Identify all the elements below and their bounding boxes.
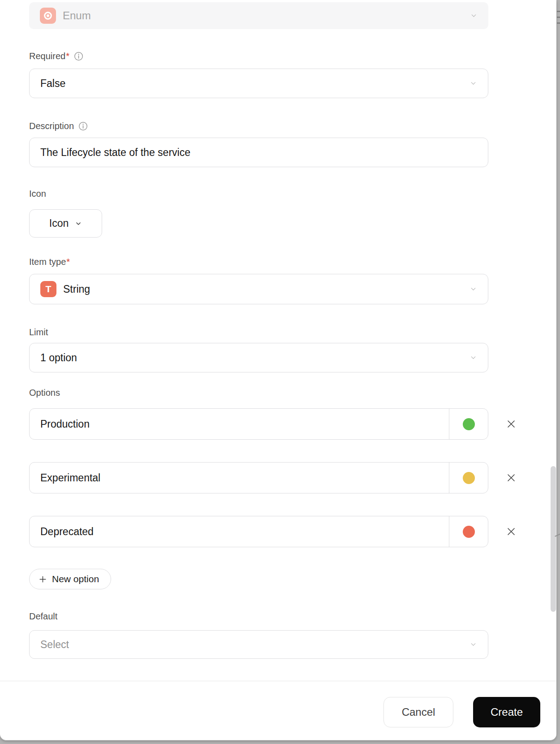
footer-divider xyxy=(0,681,556,681)
required-label: Required* xyxy=(29,50,83,62)
limit-select[interactable]: 1 option xyxy=(29,343,488,372)
chevron-down-icon xyxy=(470,12,478,20)
default-select[interactable]: Select xyxy=(29,630,488,659)
option-color-picker[interactable] xyxy=(449,463,488,493)
options-label: Options xyxy=(29,387,60,398)
default-placeholder: Select xyxy=(40,639,69,651)
option-color-dot-red xyxy=(463,526,475,538)
plus-icon xyxy=(39,575,47,584)
property-type-select[interactable]: Enum xyxy=(29,2,488,29)
icon-label: Icon xyxy=(29,188,46,199)
background-artifact xyxy=(557,22,560,24)
chevron-down-icon xyxy=(470,285,477,293)
option-color-picker[interactable] xyxy=(449,516,488,547)
description-input[interactable] xyxy=(40,147,477,159)
remove-option-button[interactable] xyxy=(504,471,518,484)
item-type-select[interactable]: T String xyxy=(29,274,488,304)
property-type-value: Enum xyxy=(63,9,91,22)
create-button[interactable]: Create xyxy=(473,697,540,727)
option-row xyxy=(29,462,488,493)
option-color-dot-yellow xyxy=(463,472,475,484)
option-row xyxy=(29,408,488,440)
required-select[interactable]: False xyxy=(29,69,488,98)
background-artifact xyxy=(557,11,560,12)
info-icon[interactable] xyxy=(74,52,83,61)
remove-option-button[interactable] xyxy=(504,525,518,538)
close-icon xyxy=(506,526,517,537)
option-color-dot-green xyxy=(463,418,475,430)
option-row xyxy=(29,516,488,547)
required-value: False xyxy=(40,78,65,90)
close-icon xyxy=(506,419,517,429)
scrollbar-thumb[interactable] xyxy=(551,466,556,612)
item-type-asterisk: * xyxy=(66,257,70,267)
cancel-button[interactable]: Cancel xyxy=(383,697,453,727)
option-name-input[interactable] xyxy=(30,463,449,493)
required-asterisk: * xyxy=(66,51,69,61)
chevron-down-icon xyxy=(470,80,477,87)
close-icon xyxy=(506,472,517,483)
limit-label: Limit xyxy=(29,326,48,338)
remove-option-button[interactable] xyxy=(504,417,518,431)
option-name-input[interactable] xyxy=(30,516,449,547)
option-color-picker[interactable] xyxy=(449,409,488,439)
background-artifact xyxy=(557,17,560,18)
chevron-down-icon xyxy=(470,354,477,362)
description-field xyxy=(29,138,488,167)
item-type-label: Item type* xyxy=(29,256,70,268)
info-icon[interactable] xyxy=(78,121,88,131)
new-option-label: New option xyxy=(52,574,99,584)
string-type-icon: T xyxy=(40,281,56,297)
default-label: Default xyxy=(29,610,57,622)
item-type-value: String xyxy=(63,283,90,295)
icon-picker-label: Icon xyxy=(49,217,69,229)
create-property-dialog: Enum Required* False Description Icon Ic… xyxy=(0,0,556,740)
new-option-button[interactable]: New option xyxy=(29,569,111,589)
icon-picker-button[interactable]: Icon xyxy=(29,209,102,238)
chevron-down-icon xyxy=(75,220,82,227)
chevron-down-icon xyxy=(470,641,477,649)
limit-value: 1 option xyxy=(40,352,77,364)
option-name-input[interactable] xyxy=(30,409,449,439)
description-label: Description xyxy=(29,120,88,132)
enum-icon xyxy=(40,8,56,24)
